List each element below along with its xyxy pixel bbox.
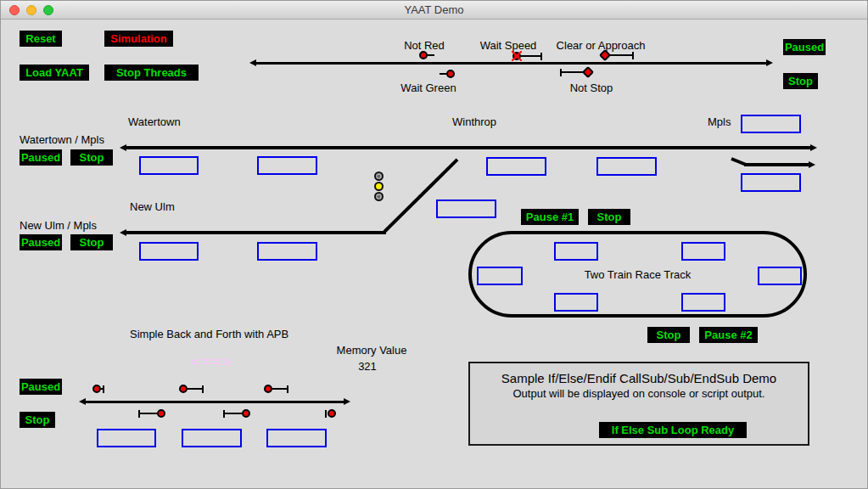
occupancy-box-apb-2 xyxy=(182,429,242,447)
direction-indicator: <==> xyxy=(192,354,232,371)
apb-signal-east-2-tick xyxy=(202,385,204,393)
apb-track-right-arrow-icon xyxy=(344,398,350,405)
new-ulm-track-left-arrow-icon xyxy=(120,229,126,236)
signal-label-wait-green: Wait Green xyxy=(386,82,471,94)
top-track-left-arrow-icon xyxy=(249,59,256,66)
memory-value-number: 321 xyxy=(325,360,410,373)
occupancy-box-winthrop-2 xyxy=(596,157,657,176)
new-ulm-track-line xyxy=(126,231,386,234)
occupancy-box-apb-1 xyxy=(97,429,156,447)
not-stop-signal-icon[interactable] xyxy=(582,66,594,78)
station-label-winthrop: Winthrop xyxy=(452,115,496,128)
occupancy-box-race-bottom-right xyxy=(681,293,725,312)
memory-value-label: Memory Value xyxy=(325,344,418,357)
signal-label-not-stop: Not Stop xyxy=(549,82,634,94)
apb-track-line xyxy=(86,401,345,403)
mast-bottom-light-icon xyxy=(374,192,384,201)
new-ulm-line-label: New Ulm / Mpls xyxy=(20,219,97,232)
apb-stop-button[interactable]: Stop xyxy=(20,412,55,428)
occupancy-box-junction xyxy=(436,200,496,218)
mpls-siding-line xyxy=(744,163,809,166)
apb-title: Simple Back and Forth with APB xyxy=(130,328,288,340)
mast-middle-light-yellow-icon xyxy=(374,182,384,191)
occupancy-box-watertown-1 xyxy=(139,156,199,175)
race-pause-1-button[interactable]: Pause #1 xyxy=(521,209,579,225)
apb-paused-button[interactable]: Paused xyxy=(20,379,62,395)
watertown-paused-button[interactable]: Paused xyxy=(20,149,62,166)
mpls-siding-arrow-icon xyxy=(809,161,815,168)
occupancy-box-race-right xyxy=(758,267,802,285)
sim-stop-button[interactable]: Stop xyxy=(783,73,818,89)
station-label-mpls: Mpls xyxy=(708,115,731,128)
wait-green-signal-stem xyxy=(440,73,446,75)
apb-signal-west-1-icon[interactable] xyxy=(157,409,165,418)
if-else-sub-loop-status-button[interactable]: If Else Sub Loop Ready xyxy=(599,422,747,438)
occupancy-box-race-top-left xyxy=(554,242,598,261)
top-track-line xyxy=(255,62,767,65)
simulation-button[interactable]: Simulation xyxy=(104,31,173,47)
load-yaat-button[interactable]: Load YAAT xyxy=(20,65,89,81)
apb-signal-west-1-stem xyxy=(140,413,159,414)
junction-diagonal-line xyxy=(384,158,459,233)
watertown-line-label: Watertown / Mpls xyxy=(20,133,104,146)
mast-top-light-icon xyxy=(374,171,384,181)
sim-paused-button[interactable]: Paused xyxy=(783,39,826,55)
sample-demo-heading: Sample If/Else/Endif CallSub/Sub/EndSub … xyxy=(470,371,808,385)
yaat-window: YAAT Demo Reset Simulation Load YAAT Sto… xyxy=(0,0,868,489)
occupancy-box-new-ulm-1 xyxy=(139,242,199,261)
stop-threads-button[interactable]: Stop Threads xyxy=(104,65,199,81)
occupancy-box-winthrop-1 xyxy=(486,157,546,176)
apb-signal-east-2-icon[interactable] xyxy=(179,385,188,393)
watertown-stop-button[interactable]: Stop xyxy=(70,149,113,166)
not-red-signal-icon[interactable] xyxy=(419,51,428,59)
occupancy-box-mpls-siding xyxy=(741,173,801,192)
wait-green-signal-icon[interactable] xyxy=(446,70,455,78)
apb-signal-east-1-icon[interactable] xyxy=(92,385,101,393)
station-label-new-ulm: New Ulm xyxy=(130,200,175,213)
apb-signal-west-2-stem xyxy=(225,413,244,414)
sample-demo-box: Sample If/Else/Endif CallSub/Sub/EndSub … xyxy=(468,362,809,446)
apb-signal-east-3-icon[interactable] xyxy=(264,385,272,393)
clear-or-approach-stem-tick xyxy=(632,52,634,59)
race-pause-2-button[interactable]: Pause #2 xyxy=(699,327,758,343)
signal-label-clear-or-approach: Clear or Approach xyxy=(550,39,652,52)
apb-signal-west-3-icon[interactable] xyxy=(328,409,336,418)
window-title: YAAT Demo xyxy=(1,3,867,16)
occupancy-box-new-ulm-2 xyxy=(257,242,317,261)
station-label-watertown: Watertown xyxy=(128,115,181,128)
top-track-right-arrow-icon xyxy=(766,59,773,66)
watertown-track-line xyxy=(126,146,811,149)
new-ulm-stop-button[interactable]: Stop xyxy=(70,234,113,250)
wait-speed-stem-tick xyxy=(540,53,542,60)
not-red-signal-stem xyxy=(428,54,434,56)
new-ulm-paused-button[interactable]: Paused xyxy=(20,234,62,250)
occupancy-box-watertown-2 xyxy=(257,156,317,175)
apb-signal-west-2-icon[interactable] xyxy=(242,409,250,418)
clear-or-approach-signal-stem xyxy=(609,54,633,56)
titlebar: YAAT Demo xyxy=(1,1,867,20)
occupancy-box-mpls xyxy=(741,115,801,133)
panel-canvas: Reset Simulation Load YAAT Stop Threads … xyxy=(1,20,867,488)
occupancy-box-race-bottom-left xyxy=(554,293,598,312)
wait-speed-signal-stem xyxy=(521,55,541,57)
occupancy-box-race-left xyxy=(477,267,523,285)
occupancy-box-race-top-right xyxy=(681,242,725,261)
race-stop-top-button[interactable]: Stop xyxy=(588,209,630,225)
not-stop-signal-stem xyxy=(562,71,585,73)
apb-signal-west-3-tick xyxy=(325,410,327,418)
apb-track-left-arrow-icon xyxy=(79,398,86,405)
signal-label-wait-speed: Wait Speed xyxy=(466,39,551,52)
watertown-track-right-arrow-icon xyxy=(810,144,817,151)
apb-signal-east-3-stem xyxy=(272,388,288,390)
signal-label-not-red: Not Red xyxy=(382,39,467,52)
sample-demo-subtext: Output will be displayed on console or s… xyxy=(470,387,808,400)
occupancy-box-apb-3 xyxy=(266,429,327,447)
apb-signal-east-2-stem xyxy=(188,388,203,390)
race-stop-bottom-button[interactable]: Stop xyxy=(647,327,690,343)
apb-signal-east-1-tick xyxy=(103,385,104,393)
watertown-track-left-arrow-icon xyxy=(120,144,126,151)
reset-button[interactable]: Reset xyxy=(20,31,62,47)
apb-signal-east-3-tick xyxy=(287,385,288,393)
